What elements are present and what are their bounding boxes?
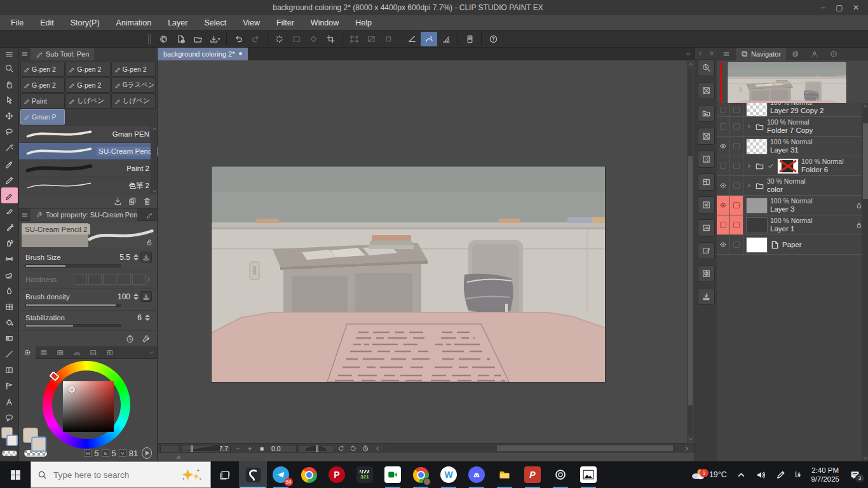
subtool-button-7[interactable]: しげペン xyxy=(65,93,110,109)
tab-color-slider[interactable] xyxy=(36,346,52,359)
layer-visibility-cell[interactable] xyxy=(717,235,730,254)
hardness-chevron-icon[interactable] xyxy=(146,276,152,283)
gradient-tool[interactable] xyxy=(1,330,18,346)
layer-edit-cell[interactable] xyxy=(730,103,743,116)
layer-scrollbar[interactable] xyxy=(862,103,868,461)
clip-studio-button[interactable] xyxy=(155,32,172,46)
frame-border-tool[interactable] xyxy=(1,362,18,378)
menu-view[interactable]: View xyxy=(234,15,268,30)
layer-row-layer-29-copy-2[interactable]: 100 % NormalLayer 29 Copy 2 xyxy=(717,103,868,117)
layer-edit-cell[interactable] xyxy=(730,176,743,195)
invert-selection-button[interactable] xyxy=(305,32,322,46)
layer-scroll-down-icon[interactable] xyxy=(862,455,868,461)
tab-color-set[interactable] xyxy=(52,346,69,359)
balloon-tool[interactable] xyxy=(1,410,18,426)
horizontal-scrollbar[interactable] xyxy=(386,445,679,451)
volume-icon[interactable] xyxy=(751,461,771,488)
expand-chevron-icon[interactable] xyxy=(746,182,752,189)
import-subtool-icon[interactable] xyxy=(113,196,123,206)
expand-right-icon[interactable] xyxy=(709,50,715,57)
layer-edit-cell[interactable] xyxy=(730,215,743,234)
tab-color-wheel[interactable] xyxy=(19,346,36,359)
brush-list-scrollbar[interactable] xyxy=(151,126,157,194)
media-player-app[interactable]: 321 xyxy=(351,461,379,488)
dynamic-source-button[interactable] xyxy=(140,252,152,262)
material-palette-all[interactable] xyxy=(698,82,715,99)
pinterest-app[interactable]: P xyxy=(323,461,351,488)
layer-row-paper[interactable]: Paper xyxy=(717,235,868,255)
snap-to-grid-button[interactable] xyxy=(438,32,454,46)
clip-studio-paint-app[interactable] xyxy=(239,461,267,488)
weather-widget[interactable]: 1 19°C xyxy=(686,461,731,488)
duplicate-subtool-icon[interactable] xyxy=(128,196,137,206)
layer-edit-cell[interactable] xyxy=(730,235,743,254)
brush-scroll-down-icon[interactable] xyxy=(151,188,158,194)
rotate-ccw-button[interactable] xyxy=(336,444,346,453)
reference-tab-icon[interactable] xyxy=(805,48,824,60)
menu-help[interactable]: Help xyxy=(347,15,380,30)
material-palette-motion[interactable] xyxy=(698,196,715,214)
zoom-reset-button[interactable]: ■ xyxy=(257,444,267,453)
layer-visibility-cell[interactable] xyxy=(717,137,730,156)
document-tab[interactable]: background coloring 2* xyxy=(158,48,248,60)
color-history-button[interactable] xyxy=(142,447,152,459)
layer-visibility-cell[interactable] xyxy=(717,176,730,195)
brush-edit-icon[interactable] xyxy=(146,211,157,219)
property-spinner[interactable] xyxy=(133,294,139,300)
subtool-button-2[interactable]: G-pen 2 xyxy=(111,62,156,77)
eyedropper-tool[interactable] xyxy=(1,156,18,172)
selection-launcher-button[interactable] xyxy=(380,32,397,46)
new-file-button[interactable] xyxy=(172,32,189,46)
scale-rotate-button[interactable] xyxy=(346,32,362,46)
zoom-tool[interactable] xyxy=(1,60,18,76)
brush-row-3[interactable]: 色筆 2 xyxy=(19,177,157,194)
pen-settings-icon[interactable] xyxy=(771,461,790,488)
material-palette-image[interactable] xyxy=(698,219,715,236)
tab-color-history[interactable] xyxy=(102,346,118,359)
background-color-swatch[interactable] xyxy=(6,435,18,446)
undo-button[interactable] xyxy=(230,32,247,46)
menu-animation[interactable]: Animation xyxy=(108,15,160,30)
zoom-in-button[interactable]: + xyxy=(245,444,255,453)
ribbon-tool[interactable] xyxy=(1,251,18,267)
decoration-tool[interactable] xyxy=(1,235,18,251)
clock-widget[interactable]: 2:40 PM 9/7/2025 xyxy=(805,461,845,488)
layer-row-layer-1[interactable]: 100 % NormalLayer 1 xyxy=(717,215,868,235)
command-bar-grip[interactable] xyxy=(148,34,151,44)
layer-edit-cell[interactable] xyxy=(730,117,743,136)
subtool-button-1[interactable]: G-pen 2 xyxy=(65,62,110,77)
menu-file[interactable]: File xyxy=(3,15,32,30)
zoom-out-button[interactable]: − xyxy=(233,444,243,453)
reset-timer-icon[interactable] xyxy=(125,334,135,344)
reselect-button[interactable] xyxy=(288,32,304,46)
navigator-menu-icon[interactable] xyxy=(717,48,736,60)
auto-select-tool[interactable] xyxy=(1,140,18,156)
tool-property-tab[interactable]: Tool property: SU-Cream Pen xyxy=(31,208,137,221)
menu-window[interactable]: Window xyxy=(302,15,347,30)
selection-tool[interactable] xyxy=(1,124,18,140)
navigator-tab[interactable]: Navigator xyxy=(736,48,786,60)
move-tool[interactable] xyxy=(1,108,18,124)
canvas-rotate-slider[interactable] xyxy=(299,445,334,452)
brush-row-0[interactable]: Gman PEN xyxy=(19,126,157,143)
scroll-down-icon[interactable] xyxy=(688,436,694,442)
pencil-tool[interactable] xyxy=(1,187,18,203)
canvas-viewport[interactable] xyxy=(158,60,695,443)
sub-tool-tab[interactable]: Sub Tool: Pen xyxy=(31,48,94,60)
snap-to-ruler-button[interactable] xyxy=(403,32,420,46)
save-button[interactable]: ▾ xyxy=(207,32,223,46)
canvas-zoom-slider[interactable]: 7.7 xyxy=(181,445,231,452)
task-view-button[interactable] xyxy=(211,461,239,488)
airbrush-tool[interactable] xyxy=(1,219,18,235)
expand-chevron-icon[interactable] xyxy=(746,123,752,130)
layer-row-folder-6[interactable]: 100 % NormalFolder 6 xyxy=(717,156,868,176)
material-palette-color-pattern[interactable] xyxy=(698,105,715,122)
liquify-tool[interactable] xyxy=(1,299,18,315)
snap-to-special-ruler-button[interactable] xyxy=(421,32,437,46)
brush-row-1[interactable]: SU-Cream Pencil 2 xyxy=(19,143,157,160)
tab-list-chevron-icon[interactable] xyxy=(684,50,695,58)
minimize-button[interactable]: – xyxy=(816,2,830,13)
deselect-button[interactable] xyxy=(271,32,287,46)
google-meet-app[interactable] xyxy=(379,461,407,488)
operation-tool[interactable] xyxy=(1,92,18,108)
